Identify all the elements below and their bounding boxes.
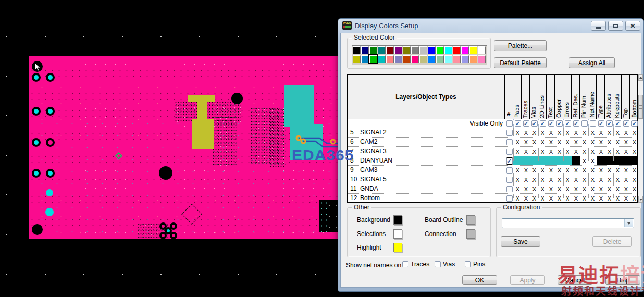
palette-button[interactable]: Palette... (494, 40, 547, 51)
layer-color-cell[interactable]: X (630, 128, 638, 137)
palette-swatch[interactable] (361, 55, 369, 63)
other-color-swatch-highlight[interactable] (393, 243, 402, 252)
layer-color-cell[interactable]: X (613, 184, 622, 193)
other-color-swatch-selections[interactable] (393, 229, 402, 239)
layer-color-cell[interactable]: X (622, 184, 630, 193)
minimize-button[interactable] (591, 21, 606, 31)
net-names-checkbox-pins[interactable] (465, 261, 471, 267)
layer-color-cell[interactable]: X (580, 166, 588, 175)
close-button[interactable]: ✕ (625, 21, 640, 31)
assign-all-button[interactable]: Assign All (569, 57, 615, 68)
layer-select-checkbox[interactable] (506, 195, 513, 202)
apply-button[interactable]: Apply (510, 275, 545, 285)
layer-color-cell[interactable]: X (530, 128, 538, 137)
layer-color-cell[interactable]: X (613, 147, 622, 156)
layer-color-cell[interactable]: X (555, 138, 563, 146)
layer-color-cell[interactable] (538, 156, 547, 165)
layer-color-cell[interactable]: X (538, 147, 547, 156)
palette-swatch[interactable] (469, 55, 477, 63)
visible-only-checkbox[interactable]: ✓ (540, 120, 546, 127)
layer-color-cell[interactable]: X (547, 175, 555, 184)
visible-only-checkbox[interactable]: ✓ (556, 120, 563, 127)
layer-color-cell[interactable]: X (630, 147, 638, 156)
layer-color-cell[interactable]: X (522, 138, 530, 146)
layer-color-cell[interactable]: X (555, 166, 563, 175)
palette-swatch[interactable] (353, 55, 361, 63)
visible-only-checkbox[interactable]: ✓ (531, 120, 538, 127)
layer-color-cell[interactable]: X (588, 147, 597, 156)
visible-only-checkbox[interactable]: ✓ (631, 120, 638, 127)
layer-row-signal5[interactable]: 10SIGNAL5XXXXXXXXXXXXXXX (348, 175, 637, 184)
layer-color-cell[interactable]: X (597, 175, 605, 184)
layer-color-cell[interactable]: X (530, 175, 538, 184)
layer-color-cell[interactable]: X (538, 175, 547, 184)
layer-color-cell[interactable]: X (597, 184, 605, 193)
layer-color-cell[interactable]: X (555, 184, 563, 193)
layer-color-cell[interactable]: X (622, 166, 630, 175)
layer-color-cell[interactable]: X (530, 138, 538, 146)
layer-color-cell[interactable]: X (555, 175, 563, 184)
palette-swatch[interactable] (403, 46, 411, 54)
palette-swatch[interactable] (478, 46, 486, 54)
configuration-dropdown[interactable] (502, 218, 634, 228)
layer-color-cell[interactable] (522, 156, 530, 165)
layer-color-cell[interactable]: X (547, 194, 555, 203)
layer-color-cell[interactable]: X (555, 128, 563, 137)
layer-color-cell[interactable]: X (572, 194, 580, 203)
ok-button[interactable]: OK (462, 275, 497, 285)
layer-color-cell[interactable]: X (522, 166, 530, 175)
layer-color-cell[interactable]: X (538, 166, 547, 175)
scroll-up-button[interactable] (638, 74, 643, 81)
layer-color-cell[interactable]: X (605, 147, 613, 156)
layer-color-cell[interactable]: X (513, 184, 522, 193)
visible-only-checkbox[interactable]: ✓ (573, 120, 579, 127)
palette-swatch[interactable] (453, 55, 461, 63)
layer-color-cell[interactable]: X (563, 147, 572, 156)
layer-color-cell[interactable]: X (622, 147, 630, 156)
default-palette-button[interactable]: Default Palette (494, 57, 547, 68)
visible-only-checkbox[interactable] (506, 120, 513, 127)
layer-color-cell[interactable]: X (563, 175, 572, 184)
layer-color-cell[interactable]: X (588, 156, 597, 165)
palette-swatch[interactable] (469, 46, 477, 54)
layer-color-cell[interactable]: X (588, 138, 597, 146)
layer-color-cell[interactable]: X (630, 184, 638, 193)
layer-color-cell[interactable]: X (547, 128, 555, 137)
layer-color-cell[interactable] (630, 156, 638, 165)
palette-swatch[interactable] (386, 55, 394, 63)
other-color-swatch-board-outline[interactable] (466, 215, 475, 225)
layer-color-cell[interactable]: X (572, 128, 580, 137)
layer-color-cell[interactable]: X (613, 166, 622, 175)
maximize-button[interactable] (608, 21, 623, 31)
layer-color-cell[interactable] (605, 156, 613, 165)
layer-color-cell[interactable]: X (572, 138, 580, 146)
palette-swatch[interactable] (378, 46, 386, 54)
palette-swatch[interactable] (411, 46, 419, 54)
layer-color-cell[interactable]: X (547, 184, 555, 193)
layer-color-cell[interactable]: X (613, 175, 622, 184)
visible-only-checkbox[interactable]: ✓ (548, 120, 554, 127)
layer-color-cell[interactable]: X (622, 138, 630, 146)
layer-color-cell[interactable]: X (613, 194, 622, 203)
layer-color-cell[interactable]: X (588, 175, 597, 184)
layer-color-cell[interactable]: X (555, 194, 563, 203)
layer-color-cell[interactable]: X (605, 184, 613, 193)
layer-color-cell[interactable]: X (580, 194, 588, 203)
layer-color-cell[interactable]: X (538, 128, 547, 137)
delete-button[interactable]: Delete (592, 236, 632, 247)
layer-color-cell[interactable]: X (513, 166, 522, 175)
layer-color-cell[interactable]: X (622, 128, 630, 137)
palette-swatch[interactable] (369, 46, 377, 54)
layer-color-cell[interactable]: X (522, 184, 530, 193)
visible-only-checkbox[interactable] (590, 120, 596, 127)
layer-color-cell[interactable]: X (580, 175, 588, 184)
layer-color-cell[interactable]: X (588, 128, 597, 137)
layer-color-cell[interactable]: X (630, 194, 638, 203)
layer-color-cell[interactable]: X (572, 184, 580, 193)
layer-color-cell[interactable]: X (572, 175, 580, 184)
layer-color-cell[interactable] (530, 156, 538, 165)
other-color-swatch-background[interactable] (393, 215, 402, 225)
palette-swatch[interactable] (386, 46, 394, 54)
palette-swatch[interactable] (361, 46, 369, 54)
palette-swatch[interactable] (428, 55, 436, 63)
